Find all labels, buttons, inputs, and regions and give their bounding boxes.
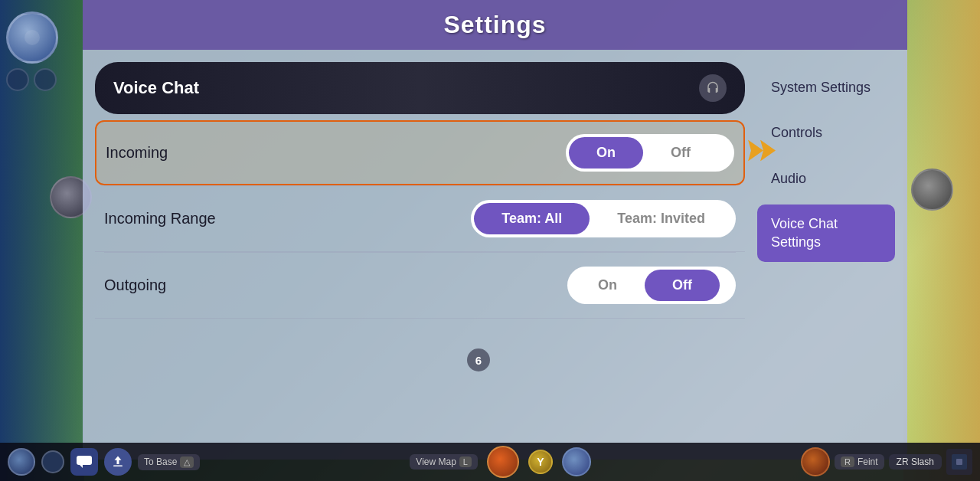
team-invited-button[interactable]: Team: Invited (590, 203, 733, 234)
outgoing-off-button[interactable]: Off (645, 270, 720, 301)
slash-key: ZR (897, 456, 909, 467)
hud-left: To Base △ (8, 448, 200, 476)
incoming-on-button[interactable]: On (569, 137, 643, 169)
outgoing-row: Outgoing On Off (95, 253, 745, 319)
svg-rect-4 (113, 466, 122, 467)
svg-rect-2 (77, 456, 92, 465)
hud-circle-1 (8, 448, 35, 476)
center-icon-fire (487, 446, 519, 478)
right-edge-decoration (903, 0, 980, 481)
avatar-right (911, 169, 953, 211)
incoming-range-row: Incoming Range Team: All Team: Invited (95, 186, 745, 252)
settings-panel: Settings Voice Chat Incoming On Off (83, 0, 907, 460)
hud-center: View Map L Y (410, 446, 591, 478)
content-area: Voice Chat Incoming On Off (95, 62, 745, 447)
deco-circle-top (6, 11, 58, 64)
to-base-label: To Base (144, 456, 177, 467)
deco-circles-row (6, 68, 58, 91)
svg-rect-6 (956, 459, 962, 465)
center-icon-label: Y (530, 451, 551, 473)
view-map-label: View Map (416, 456, 456, 467)
svg-marker-1 (748, 139, 763, 161)
sidebar-item-system-settings[interactable]: System Settings (757, 68, 895, 107)
sidebar-nav: System Settings Controls Audio Voice Cha… (757, 62, 895, 447)
chat-icon[interactable] (70, 448, 98, 476)
to-base-key: △ (180, 456, 194, 468)
minimap-area (946, 449, 972, 475)
outgoing-on-button[interactable]: On (570, 270, 645, 301)
outgoing-toggle-group[interactable]: On Off (567, 267, 736, 304)
deco-circle-sm1 (6, 68, 29, 91)
center-icon-blue (562, 447, 591, 476)
left-edge-decoration (0, 0, 84, 481)
sidebar-item-audio[interactable]: Audio (757, 159, 895, 198)
title-bar: Settings (83, 0, 907, 50)
center-icon-gold: Y (528, 450, 553, 474)
incoming-toggle-group[interactable]: On Off (566, 134, 734, 172)
view-map-key: L (459, 456, 472, 467)
sidebar-item-voice-chat-settings[interactable]: Voice Chat Settings (757, 205, 895, 262)
svg-marker-3 (80, 465, 83, 468)
floating-number-badge: 6 (467, 348, 490, 371)
upload-icon[interactable] (104, 448, 132, 476)
incoming-row: Incoming On Off (95, 120, 745, 185)
hud-right: R Feint ZR Slash (801, 447, 972, 476)
view-map-button[interactable]: View Map L (410, 454, 478, 470)
hud-circle-2 (41, 450, 64, 473)
team-all-button[interactable]: Team: All (474, 203, 590, 234)
to-base-button[interactable]: To Base △ (138, 454, 200, 470)
incoming-label: Incoming (106, 144, 566, 162)
right-icon-1 (801, 447, 830, 476)
incoming-range-toggle-group[interactable]: Team: All Team: Invited (471, 200, 736, 237)
sidebar-item-controls[interactable]: Controls (757, 113, 895, 152)
left-deco (6, 11, 58, 91)
incoming-range-label: Incoming Range (104, 210, 471, 227)
incoming-off-button[interactable]: Off (643, 137, 718, 169)
slash-display: ZR Slash (889, 454, 942, 470)
page-title: Settings (98, 11, 892, 39)
feint-key: R (841, 456, 854, 467)
voice-chat-icon (699, 74, 727, 102)
outgoing-label: Outgoing (104, 276, 567, 294)
feint-button[interactable]: R Feint (835, 454, 884, 470)
focus-arrow-icon (748, 139, 776, 166)
deco-circle-sm2 (34, 68, 57, 91)
panel-body: Voice Chat Incoming On Off (83, 50, 907, 460)
slash-label: Slash (911, 456, 934, 467)
voice-chat-section-header: Voice Chat (95, 62, 745, 114)
bottom-hud: To Base △ View Map L Y R Feint ZR Slash (0, 443, 980, 481)
voice-chat-title: Voice Chat (113, 78, 199, 98)
feint-label: Feint (858, 456, 878, 467)
deco-inner (24, 30, 40, 45)
